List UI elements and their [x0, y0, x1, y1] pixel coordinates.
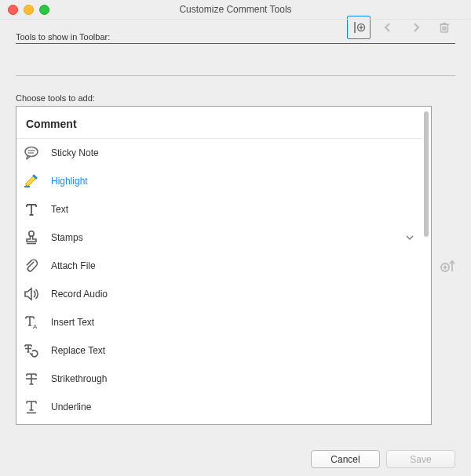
- content-area: Tools to show in Toolbar: Choose tools t…: [0, 13, 471, 425]
- speech-bubble-icon: [23, 144, 40, 162]
- tool-record-audio[interactable]: Record Audio: [16, 280, 422, 308]
- insert-text-icon: A: [23, 314, 40, 331]
- close-window-button[interactable]: [8, 5, 18, 15]
- strikethrough-icon: [23, 370, 40, 387]
- save-button[interactable]: Save: [386, 450, 455, 468]
- stamp-icon: [23, 229, 40, 246]
- scrollbar[interactable]: [424, 111, 429, 237]
- tool-text[interactable]: Text: [16, 195, 422, 223]
- cancel-button[interactable]: Cancel: [311, 450, 380, 468]
- toolbar-bottom-divider: [16, 75, 455, 76]
- side-controls: [440, 257, 457, 274]
- tool-label: Insert Text: [51, 317, 94, 328]
- tool-label: Record Audio: [51, 289, 108, 300]
- tool-highlight[interactable]: Highlight: [16, 167, 422, 195]
- add-to-toolbar-button[interactable]: [440, 257, 457, 274]
- footer-buttons: Cancel Save: [311, 450, 455, 468]
- delete-button[interactable]: [433, 16, 455, 38]
- tool-label: Replace Text: [51, 345, 105, 356]
- window-title: Customize Comment Tools: [0, 4, 471, 15]
- tool-label: Stamps: [51, 232, 83, 243]
- paperclip-icon: [23, 257, 40, 274]
- titlebar: Customize Comment Tools: [0, 0, 471, 20]
- window-controls: [0, 5, 49, 15]
- zoom-window-button[interactable]: [39, 5, 49, 15]
- replace-text-icon: [23, 342, 40, 359]
- toolbar-divider: [16, 43, 455, 44]
- tool-list-scroll[interactable]: Comment Sticky Note Highlight: [16, 107, 422, 424]
- window: Customize Comment Tools Tools to show in…: [0, 0, 471, 476]
- tool-group-header: Comment: [16, 107, 422, 139]
- tool-list-panel: Comment Sticky Note Highlight: [16, 106, 432, 425]
- tool-stamps[interactable]: Stamps: [16, 223, 422, 252]
- move-left-button[interactable]: [377, 16, 399, 38]
- tool-label: Text: [51, 204, 68, 215]
- tool-insert-text[interactable]: A Insert Text: [16, 308, 422, 336]
- tool-label: Strikethrough: [51, 373, 107, 384]
- tool-label: Sticky Note: [51, 147, 99, 158]
- svg-point-10: [25, 147, 38, 157]
- tool-label: Highlight: [51, 176, 88, 187]
- tool-label: Attach File: [51, 260, 96, 271]
- svg-rect-13: [24, 186, 30, 187]
- tool-strikethrough[interactable]: Strikethrough: [16, 365, 422, 393]
- toolbar-section-label: Tools to show in Toolbar:: [16, 32, 341, 42]
- highlighter-icon: [23, 173, 40, 190]
- text-t-icon: [23, 201, 40, 218]
- tool-replace-text[interactable]: Replace Text: [16, 336, 422, 365]
- svg-text:A: A: [33, 323, 38, 330]
- speaker-icon: [23, 285, 40, 303]
- move-right-button[interactable]: [405, 16, 427, 38]
- chevron-down-icon: [406, 234, 414, 242]
- choose-section-label: Choose tools to add:: [16, 93, 455, 103]
- tool-underline[interactable]: Underline: [16, 393, 422, 421]
- underline-icon: [23, 398, 40, 416]
- tool-label: Underline: [51, 402, 91, 412]
- tool-sticky-note[interactable]: Sticky Note: [16, 139, 422, 167]
- svg-point-14: [29, 231, 34, 236]
- minimize-window-button[interactable]: [24, 5, 34, 15]
- tool-attach-file[interactable]: Attach File: [16, 252, 422, 280]
- tool-panel-row: Comment Sticky Note Highlight: [16, 106, 455, 425]
